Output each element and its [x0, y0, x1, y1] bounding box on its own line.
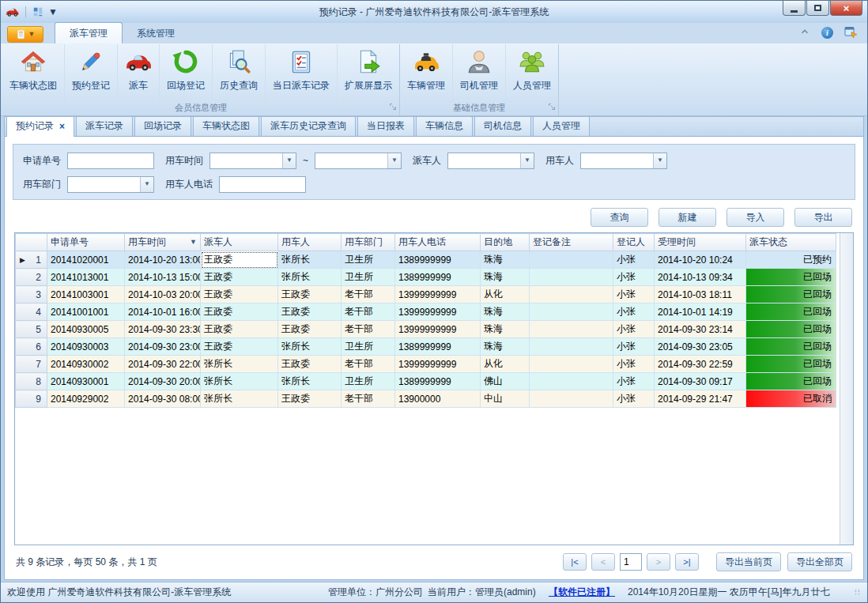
- cell-accepted[interactable]: 2014-10-13 09:34: [655, 269, 746, 286]
- cell-user[interactable]: 王政委: [278, 286, 342, 303]
- cell-phone[interactable]: 13999999999: [395, 321, 481, 338]
- row-header[interactable]: ▶1: [16, 251, 47, 269]
- cell-time[interactable]: 2014-09-30 20:00: [125, 373, 201, 390]
- cell-note[interactable]: [530, 286, 613, 303]
- cell-accepted[interactable]: 2014-09-30 23:14: [655, 321, 746, 338]
- cell-user[interactable]: 王政委: [278, 390, 342, 408]
- layout-switch-icon[interactable]: [32, 6, 43, 17]
- today-dispatch-record-button[interactable]: 当日派车记录: [266, 44, 338, 102]
- row-header[interactable]: 7: [16, 356, 47, 373]
- cell-dept[interactable]: 老干部: [342, 321, 395, 338]
- cell-dept[interactable]: 卫生所: [342, 373, 395, 390]
- col-order-no[interactable]: 申请单号: [47, 234, 125, 251]
- cell-registrar[interactable]: 小张: [613, 251, 655, 269]
- cell-dispatcher[interactable]: 张所长: [201, 373, 278, 390]
- cell-note[interactable]: [530, 303, 613, 321]
- cell-status[interactable]: 已回场: [746, 373, 836, 390]
- row-header[interactable]: 4: [16, 303, 47, 321]
- return-register-button[interactable]: 回场登记: [160, 44, 213, 102]
- cell-dept[interactable]: 老干部: [342, 356, 395, 373]
- cell-user[interactable]: 王政委: [278, 303, 342, 321]
- extended-screen-button[interactable]: 扩展屏显示: [338, 44, 399, 102]
- cell-accepted[interactable]: 2014-09-29 21:47: [655, 390, 746, 408]
- cell-dept[interactable]: 老干部: [342, 303, 395, 321]
- cell-time[interactable]: 2014-10-20 13:00: [125, 251, 201, 269]
- reservation-register-button[interactable]: 预约登记: [65, 44, 118, 102]
- resize-grip-icon[interactable]: ⁝⁝: [855, 588, 861, 597]
- cell-status[interactable]: 已回场: [746, 356, 836, 373]
- cell-order[interactable]: 20141001001: [47, 303, 125, 321]
- dispatcher-select[interactable]: ▼: [447, 153, 534, 169]
- cell-dispatcher[interactable]: 张所长: [201, 356, 278, 373]
- col-registrar[interactable]: 登记人: [613, 234, 655, 251]
- dispatch-button[interactable]: 派车: [118, 44, 160, 102]
- col-car-user[interactable]: 用车人: [278, 234, 342, 251]
- dialog-launcher-icon[interactable]: [548, 102, 556, 113]
- tab-daily-report[interactable]: 当日报表: [357, 116, 414, 136]
- cell-dest[interactable]: 中山: [481, 390, 530, 408]
- tab-return-records[interactable]: 回场记录: [134, 116, 191, 136]
- row-header[interactable]: 8: [16, 373, 47, 390]
- dialog-launcher-icon[interactable]: [389, 102, 397, 113]
- cell-status[interactable]: 已回场: [746, 321, 836, 338]
- license-registered-link[interactable]: 【软件已注册】: [549, 586, 615, 599]
- cell-user[interactable]: 张所长: [278, 269, 342, 286]
- cell-time[interactable]: 2014-09-30 08:00: [125, 390, 201, 408]
- cell-user[interactable]: 张所长: [278, 338, 342, 356]
- cell-registrar[interactable]: 小张: [613, 286, 655, 303]
- export-all-pages-button[interactable]: 导出全部页: [787, 552, 852, 571]
- vehicle-management-button[interactable]: 车辆管理: [400, 44, 453, 102]
- cell-note[interactable]: [530, 251, 613, 269]
- cell-dest[interactable]: 佛山: [481, 373, 530, 390]
- cell-registrar[interactable]: 小张: [613, 373, 655, 390]
- prev-page-button[interactable]: <: [591, 553, 615, 571]
- export-button[interactable]: 导出: [794, 208, 852, 227]
- cell-phone[interactable]: 1389999999: [395, 251, 481, 269]
- import-button[interactable]: 导入: [726, 208, 784, 227]
- row-header[interactable]: 2: [16, 269, 47, 286]
- tab-reservation-records[interactable]: 预约记录 ×: [6, 116, 74, 137]
- history-query-button[interactable]: 历史查询: [213, 44, 266, 102]
- cell-order[interactable]: 20141013001: [47, 269, 125, 286]
- cell-user[interactable]: 王政委: [278, 321, 342, 338]
- cell-accepted[interactable]: 2014-09-30 22:59: [655, 356, 746, 373]
- cell-status[interactable]: 已回场: [746, 286, 836, 303]
- app-menu-button[interactable]: ▼: [7, 26, 43, 43]
- ribbon-tab-dispatch[interactable]: 派车管理: [55, 22, 123, 43]
- table-row[interactable]: 2 20141013001 2014-10-13 15:00 王政委 张所长 卫…: [16, 269, 836, 286]
- cell-phone[interactable]: 13999999999: [395, 356, 481, 373]
- info-icon[interactable]: i: [821, 27, 833, 39]
- col-note[interactable]: 登记备注: [530, 234, 613, 251]
- cell-dispatcher[interactable]: 张所长: [201, 390, 278, 408]
- cell-registrar[interactable]: 小张: [613, 321, 655, 338]
- cell-order[interactable]: 20140929002: [47, 390, 125, 408]
- cell-dest[interactable]: 珠海: [481, 321, 530, 338]
- cell-order[interactable]: 20141003001: [47, 286, 125, 303]
- cell-dept[interactable]: 老干部: [342, 390, 395, 408]
- cell-accepted[interactable]: 2014-09-30 09:17: [655, 373, 746, 390]
- create-button[interactable]: 新建: [659, 208, 716, 227]
- personnel-management-button[interactable]: 人员管理: [506, 44, 558, 102]
- cell-note[interactable]: [530, 269, 613, 286]
- col-dispatcher[interactable]: 派车人: [201, 234, 278, 251]
- col-use-time[interactable]: ▼用车时间: [125, 234, 201, 251]
- cell-time[interactable]: 2014-09-30 23:00: [125, 338, 201, 356]
- cell-status[interactable]: 已回场: [746, 338, 836, 356]
- title-bar[interactable]: ▼ 预约记录 - 广州爱奇迪软件科技有限公司-派车管理系统 ×: [1, 1, 867, 23]
- phone-input[interactable]: [219, 176, 306, 193]
- use-time-to-select[interactable]: ▼: [315, 153, 402, 169]
- cell-dept[interactable]: 卫生所: [342, 269, 395, 286]
- cell-phone[interactable]: 13999999999: [395, 286, 481, 303]
- query-button[interactable]: 查询: [591, 208, 648, 227]
- tab-vehicle-status-map[interactable]: 车辆状态图: [193, 116, 259, 136]
- cell-time[interactable]: 2014-10-13 15:00: [125, 269, 201, 286]
- cell-dispatcher[interactable]: 王政委: [201, 303, 278, 321]
- cell-accepted[interactable]: 2014-10-20 10:24: [655, 251, 746, 269]
- driver-management-button[interactable]: 司机管理: [453, 44, 506, 102]
- cell-registrar[interactable]: 小张: [613, 269, 655, 286]
- cell-dispatcher[interactable]: 王政委: [201, 321, 278, 338]
- row-header[interactable]: 3: [16, 286, 47, 303]
- collapse-ribbon-icon[interactable]: [799, 27, 810, 39]
- dept-select[interactable]: ▼: [67, 176, 154, 193]
- cell-note[interactable]: [530, 338, 613, 356]
